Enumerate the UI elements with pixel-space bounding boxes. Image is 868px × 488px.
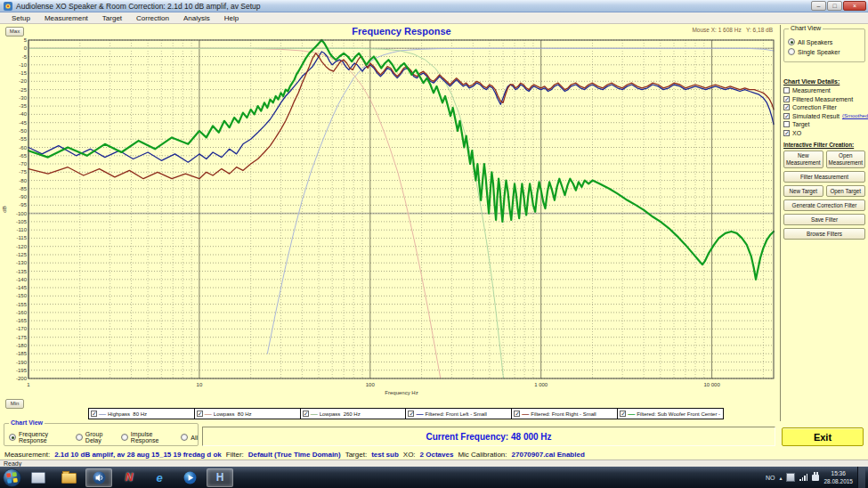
taskbar-item-internet-explorer[interactable]: e <box>146 468 173 487</box>
min-button[interactable]: Min <box>5 399 24 409</box>
svg-text:-10: -10 <box>19 62 27 68</box>
svg-text:-60: -60 <box>19 145 27 150</box>
browse-filters-button[interactable]: Browse Filters <box>783 228 865 240</box>
svg-text:-110: -110 <box>16 227 27 232</box>
radio-all[interactable]: All <box>181 434 198 441</box>
checkbox-xo[interactable]: ✓ XO <box>783 130 865 136</box>
svg-text:10 000: 10 000 <box>703 382 720 387</box>
disk-tray-icon[interactable] <box>786 473 795 482</box>
svg-text:-195: -195 <box>16 368 28 373</box>
chart-view-groupbox: Chart View All Speakers Single Speaker <box>783 28 865 62</box>
hidden-icons-arrow[interactable]: ▴ <box>779 475 782 481</box>
system-tray: NO ▴ 15:36 28.08.2015 <box>766 467 868 488</box>
mouse-coordinates-readout: Mouse X: 1 608 Hz Y: 6,18 dB <box>614 27 773 33</box>
svg-text:-175: -175 <box>16 335 28 340</box>
taskbar-item-n-app[interactable]: N <box>116 468 142 487</box>
svg-text:Frequency Hz: Frequency Hz <box>385 390 418 395</box>
legend-color-dash: — <box>311 411 318 418</box>
taskbar-item-explorer[interactable] <box>55 468 82 487</box>
open-target-button[interactable]: Open Target <box>826 185 866 197</box>
legend-item-highpass-80[interactable]: ✓ — Highpass 80 Hz <box>88 408 195 419</box>
checkbox-simulated-result[interactable]: ✓ Simulated Result (Smoothed) <box>783 113 865 119</box>
n-app-icon: N <box>126 471 134 484</box>
taskbar-clock[interactable]: 15:36 28.08.2015 <box>823 469 853 486</box>
legend-item-filtered-subwoofer[interactable]: ✓ — Filtered: Sub Woofer Front Center - … <box>617 408 724 419</box>
right-panel: Chart View All Speakers Single Speaker C… <box>780 25 868 421</box>
legend-item-lowpass-260[interactable]: ✓ — Lowpass 260 Hz <box>300 408 407 419</box>
svg-text:-165: -165 <box>16 318 28 323</box>
smoothed-link[interactable]: (Smoothed) <box>842 113 868 118</box>
legend-checkbox[interactable]: ✓ <box>620 411 626 417</box>
taskbar-item-media-player[interactable] <box>176 468 203 487</box>
menu-target[interactable]: Target <box>95 14 129 22</box>
legend-checkbox[interactable]: ✓ <box>197 411 203 417</box>
checkbox-target[interactable]: Target <box>783 121 865 127</box>
svg-text:-50: -50 <box>19 128 27 134</box>
start-button[interactable] <box>3 468 21 487</box>
checkbox-filtered-measurement[interactable]: ✓ Filtered Measurement <box>783 96 865 102</box>
max-button[interactable]: Max <box>5 27 24 37</box>
radio-dot[interactable] <box>788 48 795 55</box>
h-app-icon: H <box>216 471 224 484</box>
exit-button[interactable]: Exit <box>782 427 864 446</box>
svg-text:-35: -35 <box>19 103 27 109</box>
svg-text:-200: -200 <box>16 376 28 381</box>
maximize-button[interactable]: □ <box>827 1 842 11</box>
minimize-button[interactable]: – <box>811 1 826 11</box>
save-filter-button[interactable]: Save Filter <box>783 214 865 225</box>
legend-item-lowpass-80[interactable]: ✓ — Lowpass 80 Hz <box>194 408 301 419</box>
legend-checkbox[interactable]: ✓ <box>91 411 97 417</box>
taskbar-item-audiolense[interactable] <box>85 468 112 487</box>
show-desktop-button[interactable] <box>857 467 865 488</box>
menu-analysis[interactable]: Analysis <box>176 14 217 22</box>
legend-checkbox[interactable]: ✓ <box>514 411 520 417</box>
titlebar: Audiolense XO Speaker & Room Correction:… <box>0 0 868 12</box>
radio-group-delay[interactable]: Group Delay <box>76 431 115 443</box>
svg-text:-80: -80 <box>19 178 27 183</box>
svg-text:-100: -100 <box>16 211 28 216</box>
new-measurement-button[interactable]: New Measurement <box>783 150 823 168</box>
svg-text:-105: -105 <box>16 219 28 224</box>
taskbar-item-window[interactable] <box>25 468 52 487</box>
power-tray-icon[interactable] <box>812 475 819 481</box>
svg-text:-135: -135 <box>16 269 28 274</box>
svg-text:10: 10 <box>197 382 203 387</box>
legend-checkbox[interactable]: ✓ <box>408 411 414 417</box>
frequency-response-plot[interactable]: 50-5-10-15-20-25-30-35-40-45-50-55-60-65… <box>0 25 779 405</box>
legend-item-filtered-front-right[interactable]: ✓ — Filtered: Front Right - Small <box>511 408 618 419</box>
menu-correction[interactable]: Correction <box>129 14 176 22</box>
radio-impulse-response[interactable]: Impulse Response <box>121 431 174 443</box>
radio-single-speaker[interactable]: Single Speaker <box>788 48 861 55</box>
taskbar-item-h-app[interactable]: H <box>207 468 233 487</box>
filter-measurement-button[interactable]: Filter Measurement <box>783 171 865 183</box>
menu-bar: Setup Measurement Target Correction Anal… <box>0 12 868 24</box>
svg-text:-55: -55 <box>19 136 27 142</box>
status-bar-ready: Ready <box>0 460 868 467</box>
svg-text:-115: -115 <box>16 235 27 240</box>
clock-date: 28.08.2015 <box>823 477 853 485</box>
radio-dot[interactable] <box>788 38 795 45</box>
close-button[interactable]: × <box>843 1 866 11</box>
checkbox-correction-filter[interactable]: ✓ Correction Filter <box>783 104 865 110</box>
svg-text:-95: -95 <box>19 202 27 207</box>
svg-text:-85: -85 <box>19 186 27 191</box>
network-tray-icon[interactable] <box>799 474 807 481</box>
svg-text:-150: -150 <box>16 293 28 298</box>
window-title: Audiolense XO Speaker & Room Correction:… <box>16 2 261 11</box>
checkbox-measurement[interactable]: Measurement <box>783 87 865 94</box>
menu-help[interactable]: Help <box>217 14 246 22</box>
svg-text:1: 1 <box>27 382 30 387</box>
legend-item-filtered-front-left[interactable]: ✓ — Filtered: Front Left - Small <box>405 408 512 419</box>
svg-text:-65: -65 <box>19 153 27 159</box>
menu-measurement[interactable]: Measurement <box>37 14 95 22</box>
language-indicator[interactable]: NO <box>766 475 775 481</box>
new-target-button[interactable]: New Target <box>783 185 823 197</box>
radio-all-speakers[interactable]: All Speakers <box>788 38 861 45</box>
menu-setup[interactable]: Setup <box>4 14 37 22</box>
open-measurement-button[interactable]: Open Measurement <box>826 150 866 168</box>
generate-correction-filter-button[interactable]: Generate Correction Filter <box>783 199 865 211</box>
radio-frequency-response[interactable]: Frequency Response <box>9 431 69 443</box>
svg-text:-160: -160 <box>16 310 28 315</box>
svg-text:-25: -25 <box>19 87 27 93</box>
legend-checkbox[interactable]: ✓ <box>303 411 309 417</box>
